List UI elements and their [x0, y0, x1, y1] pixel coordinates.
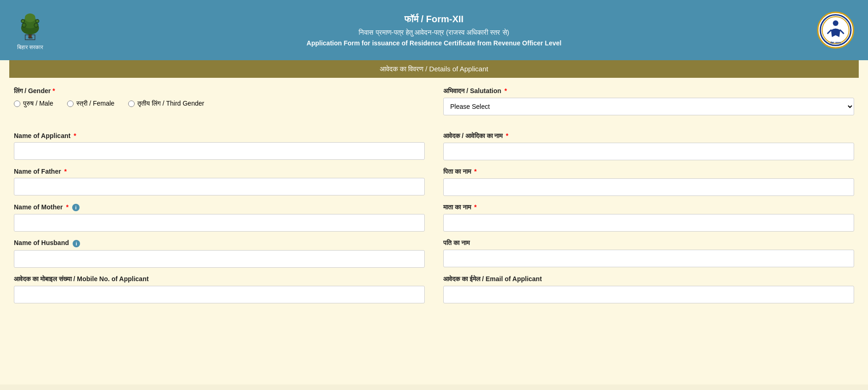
main-form-grid: Name of Applicant * आवेदक / आवेदिका का न… — [9, 132, 859, 311]
name-husband-en-group: Name of Husband i — [14, 239, 425, 267]
gender-male-radio[interactable] — [14, 101, 20, 107]
page-header: जापा बिहार सरकार फॉर्म / Form-XII निवास … — [0, 0, 868, 60]
name-father-en-input[interactable] — [14, 178, 425, 195]
name-mother-en-label: Name of Mother * i — [14, 203, 425, 211]
name-applicant-hi-required: * — [506, 132, 508, 139]
name-applicant-en-required: * — [74, 132, 76, 139]
email-label: आवेदक का ईमेल / Email of Applicant — [443, 275, 854, 283]
name-mother-hi-input[interactable] — [443, 214, 854, 232]
gender-radio-group: पुरुष / Male स्त्री / Female तृतीय लिंग … — [14, 100, 425, 107]
name-father-hi-required: * — [474, 168, 477, 175]
name-father-en-group: Name of Father * — [14, 168, 425, 196]
name-applicant-hi-group: आवेदक / आवेदिका का नाम * — [443, 132, 854, 160]
email-group: आवेदक का ईमेल / Email of Applicant — [443, 275, 854, 303]
logo-left: जापा बिहार सरकार — [14, 10, 46, 50]
name-husband-en-input[interactable] — [14, 250, 425, 268]
salutation-required-star: * — [504, 87, 507, 94]
logo-left-text: बिहार सरकार — [17, 44, 43, 50]
name-applicant-hi-input[interactable] — [443, 143, 854, 160]
name-father-en-label: Name of Father * — [14, 168, 425, 175]
form-container: आवेदक का विवरण / Details of Applicant लि… — [0, 60, 868, 384]
section-header: आवेदक का विवरण / Details of Applicant — [9, 60, 859, 78]
name-mother-en-input[interactable] — [14, 214, 425, 232]
gender-third-option[interactable]: तृतीय लिंग / Third Gender — [128, 100, 204, 107]
gender-male-label: पुरुष / Male — [23, 100, 53, 107]
name-father-hi-label: पिता का नाम * — [443, 168, 854, 176]
name-father-hi-group: पिता का नाम * — [443, 168, 854, 196]
name-father-hi-input[interactable] — [443, 178, 854, 196]
form-title: फॉर्म / Form-XII — [307, 14, 562, 25]
right-logo-circle: बिहार सरकार — [817, 12, 854, 49]
salutation-label: अभिवादन / Salutation * — [443, 87, 854, 95]
name-husband-hi-label: पति का नाम — [443, 239, 854, 247]
svg-point-6 — [21, 19, 25, 23]
name-husband-en-label: Name of Husband i — [14, 239, 425, 247]
name-mother-hi-required: * — [474, 203, 477, 211]
name-applicant-en-group: Name of Applicant * — [14, 132, 425, 160]
name-mother-info-icon[interactable]: i — [72, 204, 80, 211]
section-title: आवेदक का विवरण / Details of Applicant — [380, 65, 488, 73]
name-husband-hi-group: पति का नाम — [443, 239, 854, 267]
svg-text:जापा: जापा — [28, 36, 33, 39]
name-husband-hi-input[interactable] — [443, 250, 854, 267]
mobile-input[interactable] — [14, 286, 425, 303]
name-applicant-en-label: Name of Applicant * — [14, 132, 425, 139]
gender-female-radio[interactable] — [67, 101, 74, 107]
name-applicant-hi-label: आवेदक / आवेदिका का नाम * — [443, 132, 854, 140]
gender-salutation-section: लिंग / Gender * पुरुष / Male स्त्री / Fe… — [9, 87, 859, 123]
svg-point-7 — [36, 19, 39, 23]
gender-female-label: स्त्री / Female — [76, 100, 114, 107]
name-mother-en-required: * — [66, 203, 68, 211]
gender-label: लिंग / Gender * — [14, 87, 425, 95]
svg-point-5 — [34, 23, 38, 27]
header-center: फॉर्म / Form-XII निवास प्रमाण-पत्र हेतु … — [307, 14, 562, 47]
svg-point-12 — [833, 20, 838, 26]
salutation-select[interactable]: Please Select श्री / Shri श्रीमती / Shri… — [443, 98, 854, 115]
name-mother-en-group: Name of Mother * i — [14, 203, 425, 232]
name-husband-info-icon[interactable]: i — [73, 240, 80, 247]
name-mother-hi-label: माता का नाम * — [443, 203, 854, 211]
svg-text:बिहार सरकार: बिहार सरकार — [830, 41, 841, 44]
salutation-group: अभिवादन / Salutation * Please Select श्र… — [443, 87, 854, 115]
gender-male-option[interactable]: पुरुष / Male — [14, 100, 53, 107]
gender-female-option[interactable]: स्त्री / Female — [67, 100, 114, 107]
name-applicant-en-input[interactable] — [14, 142, 425, 160]
email-input[interactable] — [443, 286, 854, 303]
logo-right: बिहार सरकार — [817, 12, 854, 49]
name-father-en-required: * — [64, 168, 67, 175]
gender-third-radio[interactable] — [128, 101, 135, 107]
svg-point-4 — [22, 23, 26, 27]
form-subtitle-hindi: निवास प्रमाण-पत्र हेतु आवेदन-पत्र (राजस्… — [307, 28, 562, 37]
mobile-group: आवेदक का मोबाइल संख्या / Mobile No. of A… — [14, 275, 425, 303]
form-subtitle-english: Application Form for issuance of Residen… — [307, 39, 562, 47]
name-mother-hi-group: माता का नाम * — [443, 203, 854, 232]
gender-group: लिंग / Gender * पुरुष / Male स्त्री / Fe… — [14, 87, 425, 115]
gender-third-label: तृतीय लिंग / Third Gender — [137, 100, 204, 107]
svg-point-3 — [25, 13, 36, 22]
gender-required-star: * — [53, 87, 55, 94]
mobile-label: आवेदक का मोबाइल संख्या / Mobile No. of A… — [14, 275, 425, 283]
